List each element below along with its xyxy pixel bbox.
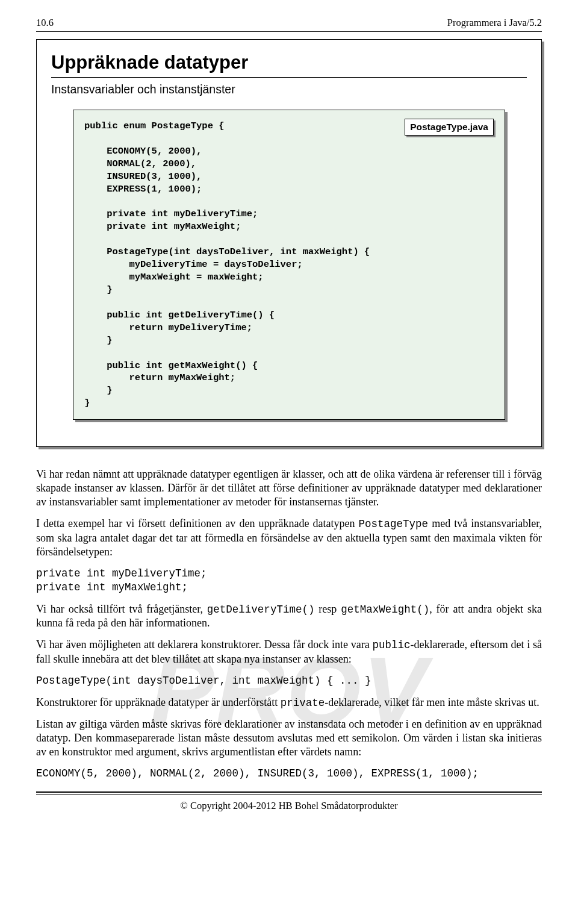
paragraph-1: Vi har redan nämnt att uppräknade dataty… [36, 467, 542, 509]
code-block-3: ECONOMY(5, 2000), NORMAL(2, 2000), INSUR… [36, 767, 542, 781]
slide-panel: Uppräknade datatyper Instansvariabler oc… [36, 39, 542, 447]
header-rule [36, 31, 542, 32]
inline-code: PostageType [359, 518, 429, 530]
inline-code: private [281, 697, 325, 709]
section-title: Programmera i Java/5.2 [447, 17, 542, 29]
code-block-2: PostageType(int daysToDeliver, int maxWe… [36, 674, 542, 688]
paragraph-5: Konstruktorer för uppräknade datatyper ä… [36, 696, 542, 710]
code-block-1: private int myDeliveryTime; private int … [36, 567, 542, 595]
inline-code: public [373, 639, 411, 651]
panel-divider [51, 77, 527, 78]
text-run: Konstruktorer för uppräknade datatyper ä… [36, 696, 281, 708]
body-text: Vi har redan nämnt att uppräknade dataty… [36, 467, 542, 781]
file-name-tag: PostageType.java [405, 119, 494, 136]
code-listing: public enum PostageType { ECONOMY(5, 200… [84, 120, 494, 410]
inline-code: getDeliveryTime() [207, 604, 315, 616]
page-header: 10.6 Programmera i Java/5.2 [36, 17, 542, 29]
text-run: -deklarerade, vilket får men inte måste … [325, 696, 539, 708]
footer-rule [36, 791, 542, 793]
inline-code: getMaxWeight() [341, 604, 429, 616]
text-run: resp [314, 603, 341, 615]
text-run: Vi har också tillfört två frågetjänster, [36, 603, 207, 615]
paragraph-6: Listan av giltiga värden måste skrivas f… [36, 717, 542, 759]
text-run: Vi har även möjligheten att deklarera ko… [36, 638, 373, 651]
paragraph-2: I detta exempel har vi försett definitio… [36, 517, 542, 558]
footer-rule-inner [36, 794, 542, 795]
paragraph-4: Vi har även möjligheten att deklarera ko… [36, 638, 542, 666]
panel-subtitle: Instansvariabler och instanstjänster [51, 83, 527, 96]
code-example-box: PostageType.java public enum PostageType… [73, 110, 505, 420]
text-run: I detta exempel har vi försett definitio… [36, 517, 359, 529]
copyright-footer: © Copyright 2004-2012 HB Bohel Smådatorp… [36, 800, 542, 812]
paragraph-3: Vi har också tillfört två frågetjänster,… [36, 602, 542, 630]
panel-title: Uppräknade datatyper [51, 52, 527, 73]
page-number: 10.6 [36, 17, 54, 29]
